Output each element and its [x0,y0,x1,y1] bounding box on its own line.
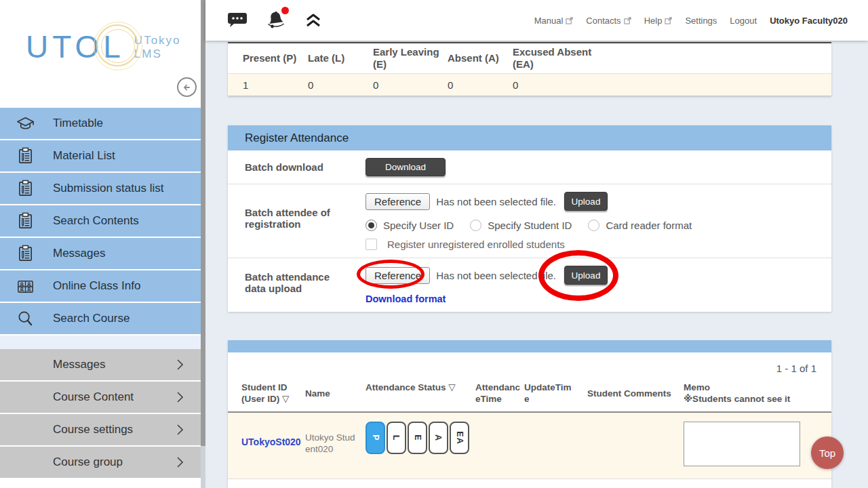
sidebar: UTOL UTokyo LMS Timetable [0,0,201,488]
status-present-button[interactable]: P [366,422,385,454]
sidebar-item-messages[interactable]: Messages [0,238,201,270]
download-format-link[interactable]: Download format [366,293,446,304]
status-absent-button[interactable]: A [429,422,448,454]
checkbox-icon[interactable] [366,239,377,250]
status-late-button[interactable]: L [387,422,406,454]
column-header-attendance-status[interactable]: Attendance Status ▽ [366,382,475,393]
sort-icon[interactable]: ▽ [448,382,455,392]
column-header-student-comments: Student Comments [587,388,684,399]
app-window: UTOL UTokyo LMS Timetable [0,0,868,488]
scroll-to-top-button[interactable]: Top [811,436,844,469]
upload-button[interactable]: Upload [564,266,608,285]
attendance-summary-table: Present (P) Late (L) Early Leaving (E) A… [228,42,831,96]
chevron-right-icon [177,359,183,370]
radio-label: Specify User ID [383,220,454,231]
early-leaving-count: 0 [373,79,448,91]
collapse-up-icon[interactable] [304,12,322,28]
column-header-memo: Memo ※Students cannot see it [684,382,804,405]
sidebar-item-timetable[interactable]: Timetable [0,108,201,140]
student-id-link[interactable]: UTokyoSt020 [241,436,301,447]
sidebar-item-search-course[interactable]: Search Course [0,303,201,336]
radio-label: Specify Student ID [488,220,572,231]
sidebar-section-divider [0,336,201,349]
radio-card-reader-format[interactable]: Card reader format [588,220,692,231]
pagination-top: 1 - 1 of 1 [228,352,831,380]
settings-link[interactable]: Settings [685,16,717,26]
row-label: Batch attendance data upload [245,266,366,304]
help-link[interactable]: Help [644,16,673,26]
sidebar-item-submission-status-list[interactable]: Submission status list [0,173,201,205]
file-select-line: Reference Has not been selected file. Up… [366,192,692,211]
sidebar-collapse-button[interactable] [177,77,197,97]
student-row: UTokyoSt020 Utokyo Student020 P L E A EA [228,413,831,479]
column-header-student-id[interactable]: Student ID (User ID) ▽ [241,382,305,405]
utol-logo: UTOL UTokyo LMS [26,28,181,65]
row-label: Batch download [245,161,366,173]
radio-label: Card reader format [606,220,692,231]
sidebar-item-label: Course group [53,455,177,469]
sidebar-item-label: Search Course [53,312,130,325]
radio-selected-icon[interactable] [366,220,377,231]
page-content: Present (P) Late (L) Early Leaving (E) A… [205,41,868,488]
sort-icon[interactable]: ▽ [282,394,289,404]
radio-specify-user-id[interactable]: Specify User ID [366,220,454,231]
attendance-status-buttons: P L E A EA [366,422,475,454]
contacts-link[interactable]: Contacts [586,16,631,26]
radio-specify-student-id[interactable]: Specify Student ID [470,220,572,231]
section-header: Register Attendance [228,125,831,150]
memo-textarea[interactable] [684,422,800,466]
status-early-leaving-button[interactable]: E [408,422,427,454]
sidebar-item-online-class-info[interactable]: Online Class Info [0,270,201,303]
download-button[interactable]: Download [366,158,446,176]
register-unregistered-checkbox-row: Register unregistered enrolled students [366,239,692,250]
batch-attendee-row: Batch attendee of registration Reference… [228,184,831,258]
attendance-list-section: 1 - 1 of 1 Student ID (User ID) ▽ Name A… [228,340,831,488]
logo-panel: UTOL UTokyo LMS [0,0,201,108]
sidebar-scrollbar[interactable] [201,0,205,488]
sidebar-item-course-group[interactable]: Course group [0,447,201,479]
logout-link[interactable]: Logout [730,16,757,26]
column-header: Absent (A) [448,49,513,67]
status-excused-absent-button[interactable]: EA [450,422,469,454]
summary-value-row: 1 0 0 0 0 [228,73,831,96]
clipboard-icon [16,147,35,165]
summary-header-row: Present (P) Late (L) Early Leaving (E) A… [228,42,831,73]
section-title: Register Attendance [245,131,349,145]
upload-button[interactable]: Upload [564,192,608,211]
sidebar-item-label: Online Class Info [53,279,140,293]
column-header: Late (L) [308,49,373,67]
batch-attendee-controls: Reference Has not been selected file. Up… [366,192,692,250]
column-header: Present (P) [243,49,308,67]
chevron-right-icon [177,457,183,468]
username-label: Utokyo Faculty020 [770,16,848,26]
radio-icon[interactable] [470,220,481,231]
excused-absent-count: 0 [513,79,608,91]
batch-download-row: Batch download Download [228,150,831,184]
file-status-text: Has not been selected file. [436,270,556,281]
logo-text: UTOL [26,28,125,65]
list-header-row: Student ID (User ID) ▽ Name Attendance S… [228,380,831,413]
sidebar-item-material-list[interactable]: Material List [0,140,201,173]
topbar-links: Manual Contacts Help Settings Logout Uto… [534,16,848,26]
pagination-bottom: 1 - 1 of 1 [228,479,831,488]
sidebar-item-search-contents[interactable]: Search Contents [0,205,201,238]
student-name: Utokyo Student020 [305,432,366,455]
sidebar-item-course-settings[interactable]: Course settings [0,414,201,447]
sidebar-item-course-content[interactable]: Course Content [0,382,201,414]
reference-button[interactable]: Reference [366,193,430,210]
checkbox-label: Register unregistered enrolled students [387,239,565,250]
external-link-icon [566,17,573,24]
topbar-icons [227,9,322,31]
sidebar-item-messages-group[interactable]: Messages [0,349,201,382]
clipboard-icon [16,245,35,263]
notifications-bell-icon[interactable] [265,9,287,31]
column-header: Early Leaving (E) [373,43,448,73]
scrollbar-thumb[interactable] [201,0,205,446]
radio-icon[interactable] [588,220,599,231]
sidebar-item-label: Search Contents [53,214,139,228]
manual-link[interactable]: Manual [534,16,574,26]
reference-button[interactable]: Reference [366,267,430,284]
chevron-right-icon [177,424,183,435]
chat-icon[interactable] [227,12,248,29]
main-area: Manual Contacts Help Settings Logout Uto… [205,0,868,488]
